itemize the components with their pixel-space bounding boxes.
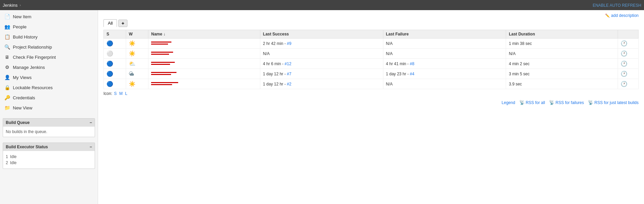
- auto-refresh-link[interactable]: ENABLE AUTO REFRESH: [593, 3, 641, 8]
- rss-all-link[interactable]: 📡 RSS for all: [519, 100, 545, 105]
- add-description-link[interactable]: add description: [611, 13, 639, 18]
- tab-add[interactable]: +: [118, 20, 127, 27]
- lockable-resources-icon: 🔒: [4, 84, 10, 91]
- icon-size-m[interactable]: M: [119, 91, 123, 96]
- build-executor-header: Build Executor Status −: [3, 143, 95, 151]
- duration-cell-3: 3 min 5 sec: [506, 69, 618, 79]
- job-name-link-1[interactable]: [151, 52, 178, 57]
- sidebar-label-my-views: My Views: [13, 75, 31, 80]
- success-cell-2: 4 hr 6 min - #12: [260, 59, 383, 69]
- tab-all[interactable]: All: [103, 19, 117, 27]
- sidebar-item-credentials[interactable]: 🔑Credentials: [0, 93, 98, 103]
- success-cell-3: 1 day 12 hr - #7: [260, 69, 383, 79]
- sidebar-label-new-item: New Item: [13, 14, 31, 19]
- weather-sun-icon: ☀️: [129, 41, 136, 46]
- icon-size-l[interactable]: L: [125, 91, 127, 96]
- new-item-icon: 📄: [4, 14, 10, 20]
- col-header-success: Last Success: [260, 30, 383, 39]
- status-gray-icon: ⚪: [106, 51, 113, 56]
- name-cell-0: [148, 39, 260, 49]
- table-row: 🔵 ☀️ 2 hr 42 min - #9 N/A 1 min 38 sec 🕐: [104, 39, 639, 49]
- failure-link-3[interactable]: #4: [410, 72, 414, 76]
- job-name-link-4[interactable]: [151, 82, 178, 87]
- success-cell-0: 2 hr 42 min - #9: [260, 39, 383, 49]
- rss-latest-link[interactable]: 📡 RSS for just latest builds: [588, 100, 639, 105]
- build-executor-collapse[interactable]: −: [90, 145, 92, 149]
- success-link-3[interactable]: #7: [287, 72, 291, 76]
- rss-all-icon: 📡: [519, 100, 525, 105]
- check-file-fingerprint-icon: 🖥: [4, 54, 10, 60]
- sidebar-nav: 📄New Item👥People📋Build History🔍Project R…: [0, 11, 98, 113]
- status-blue-icon: 🔵: [106, 81, 113, 87]
- table-row: ⚪ ☀️ N/A N/A N/A 🕐: [104, 49, 639, 59]
- rss-failures-link[interactable]: 📡 RSS for failures: [549, 100, 584, 105]
- build-queue-body: No builds in the queue.: [3, 127, 95, 137]
- sidebar-item-manage-jenkins[interactable]: ⚙Manage Jenkins: [0, 62, 98, 72]
- action-cell-4[interactable]: 🕐: [618, 79, 638, 89]
- table-row: 🔵 ⛅ 4 hr 6 min - #12 4 hr 41 min - #8 4 …: [104, 59, 639, 69]
- failure-cell-4: N/A: [383, 79, 506, 89]
- sidebar-item-people[interactable]: 👥People: [0, 22, 98, 32]
- breadcrumb: Jenkins ›: [3, 3, 21, 8]
- executor-row: 2Idle: [6, 160, 92, 166]
- status-cell-2: 🔵: [104, 59, 126, 69]
- table-row: 🔵 ☀️ 1 day 12 hr - #2 N/A 3.9 sec 🕐: [104, 79, 639, 89]
- icon-label: Icon:: [103, 91, 112, 96]
- failure-cell-0: N/A: [383, 39, 506, 49]
- action-cell-2[interactable]: 🕐: [618, 59, 638, 69]
- people-icon: 👥: [4, 24, 10, 30]
- job-name-redacted-4: [151, 81, 178, 86]
- failure-cell-2: 4 hr 41 min - #8: [383, 59, 506, 69]
- legend-link[interactable]: Legend: [502, 100, 515, 105]
- sidebar-item-build-history[interactable]: 📋Build History: [0, 32, 98, 42]
- action-icon-3: 🕐: [621, 71, 627, 77]
- layout: 📄New Item👥People📋Build History🔍Project R…: [0, 10, 644, 204]
- breadcrumb-chevron: ›: [20, 3, 21, 7]
- job-name-link-2[interactable]: [151, 62, 178, 67]
- success-link-2[interactable]: #12: [285, 61, 291, 66]
- job-name-link-0[interactable]: [151, 42, 178, 47]
- new-view-icon: 📁: [4, 105, 10, 111]
- col-header-name[interactable]: Name ↓: [148, 30, 260, 39]
- my-views-icon: 👤: [4, 74, 10, 80]
- duration-cell-1: N/A: [506, 49, 618, 59]
- col-header-action: [618, 30, 638, 39]
- sidebar-item-check-file-fingerprint[interactable]: 🖥Check File Fingerprint: [0, 52, 98, 62]
- action-icon-2: 🕐: [621, 61, 627, 67]
- col-header-duration: Last Duration: [506, 30, 618, 39]
- sidebar-item-new-view[interactable]: 📁New View: [0, 103, 98, 113]
- sidebar-item-lockable-resources[interactable]: 🔒Lockable Resources: [0, 82, 98, 93]
- build-executor-section: Build Executor Status − 1Idle2Idle: [3, 143, 95, 169]
- success-link-0[interactable]: #9: [287, 41, 291, 46]
- build-executor-title[interactable]: Build Executor Status: [6, 145, 48, 149]
- job-name-redacted-0: [151, 41, 178, 46]
- icon-size-s[interactable]: S: [114, 91, 117, 96]
- col-header-failure: Last Failure: [383, 30, 506, 39]
- name-cell-1: [148, 49, 260, 59]
- build-queue-header: Build Queue −: [3, 119, 95, 127]
- build-history-icon: 📋: [4, 34, 10, 40]
- job-name-redacted-3: [151, 71, 178, 76]
- breadcrumb-home[interactable]: Jenkins: [3, 3, 18, 8]
- sidebar-item-new-item[interactable]: 📄New Item: [0, 11, 98, 22]
- sidebar-item-my-views[interactable]: 👤My Views: [0, 72, 98, 82]
- project-relationship-icon: 🔍: [4, 44, 10, 50]
- action-cell-3[interactable]: 🕐: [618, 69, 638, 79]
- name-cell-2: [148, 59, 260, 69]
- job-name-redacted-2: [151, 61, 178, 66]
- job-name-link-3[interactable]: [151, 72, 178, 77]
- action-cell-0[interactable]: 🕐: [618, 39, 638, 49]
- sidebar-item-project-relationship[interactable]: 🔍Project Relationship: [0, 42, 98, 52]
- weather-cell-3: 🌥: [126, 69, 148, 79]
- build-queue-title: Build Queue: [6, 120, 30, 125]
- col-header-w: W: [126, 30, 148, 39]
- jobs-table: S W Name ↓ Last Success Last Failure Las…: [103, 30, 639, 89]
- action-cell-1[interactable]: 🕐: [618, 49, 638, 59]
- sidebar-label-credentials: Credentials: [13, 95, 35, 100]
- sidebar-label-people: People: [13, 24, 26, 29]
- success-link-4[interactable]: #2: [287, 82, 291, 86]
- failure-link-2[interactable]: #8: [410, 61, 414, 66]
- status-cell-3: 🔵: [104, 69, 126, 79]
- status-cell-0: 🔵: [104, 39, 126, 49]
- build-queue-collapse[interactable]: −: [90, 120, 92, 125]
